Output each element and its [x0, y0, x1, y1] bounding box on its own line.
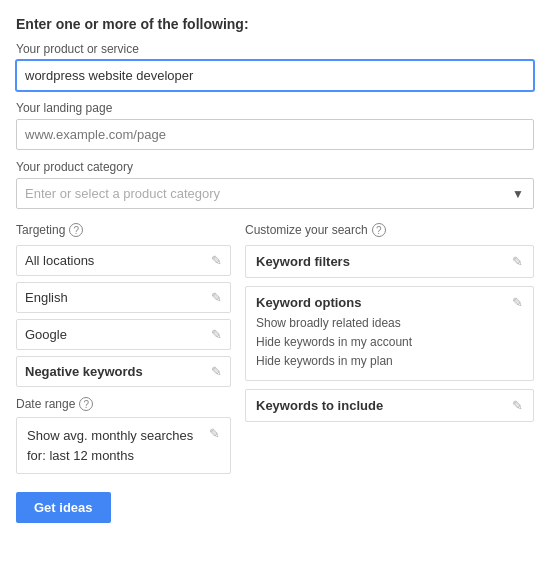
targeting-english-edit-icon[interactable]: ✎	[211, 290, 222, 305]
targeting-negative-keywords-edit-icon[interactable]: ✎	[211, 364, 222, 379]
targeting-item-google[interactable]: Google ✎	[16, 319, 231, 350]
product-category-select-wrapper: Enter or select a product category ▼	[16, 178, 534, 209]
targeting-item-english[interactable]: English ✎	[16, 282, 231, 313]
targeting-label-text: Targeting	[16, 223, 65, 237]
customize-keyword-options-title: Keyword options	[256, 295, 361, 310]
customize-keywords-to-include-edit-icon[interactable]: ✎	[512, 398, 523, 413]
targeting-item-negative-keywords[interactable]: Negative keywords ✎	[16, 356, 231, 387]
targeting-locations-text: All locations	[25, 253, 94, 268]
landing-page-input[interactable]	[16, 119, 534, 150]
targeting-help-icon[interactable]: ?	[69, 223, 83, 237]
product-service-input[interactable]	[16, 60, 534, 91]
customize-item-keyword-options-header: Keyword options ✎	[256, 295, 523, 310]
targeting-column: Targeting ? All locations ✎ English ✎ Go…	[16, 223, 231, 474]
customize-keywords-to-include-title: Keywords to include	[256, 398, 383, 413]
customize-label-text: Customize your search	[245, 223, 368, 237]
date-range-label-text: Date range	[16, 397, 75, 411]
customize-item-keyword-filters[interactable]: Keyword filters ✎	[245, 245, 534, 278]
product-category-label: Your product category	[16, 160, 534, 174]
date-range-box[interactable]: Show avg. monthly searches for: last 12 …	[16, 417, 231, 474]
targeting-label: Targeting ?	[16, 223, 231, 237]
targeting-negative-keywords-text: Negative keywords	[25, 364, 143, 379]
keyword-option-line3: Hide keywords in my plan	[256, 352, 523, 371]
customize-label: Customize your search ?	[245, 223, 534, 237]
keyword-option-line2: Hide keywords in my account	[256, 333, 523, 352]
date-range-value: Show avg. monthly searches for: last 12 …	[27, 426, 193, 465]
customize-item-keywords-to-include-header: Keywords to include ✎	[256, 398, 523, 413]
customize-item-keyword-filters-header: Keyword filters ✎	[256, 254, 523, 269]
targeting-english-text: English	[25, 290, 68, 305]
keyword-option-line1: Show broadly related ideas	[256, 314, 523, 333]
form-title: Enter one or more of the following:	[16, 16, 534, 32]
customize-help-icon[interactable]: ?	[372, 223, 386, 237]
date-range-text-line1: Show avg. monthly searches	[27, 426, 193, 446]
landing-page-label: Your landing page	[16, 101, 534, 115]
get-ideas-button[interactable]: Get ideas	[16, 492, 111, 523]
customize-item-keyword-options[interactable]: Keyword options ✎ Show broadly related i…	[245, 286, 534, 381]
targeting-item-locations[interactable]: All locations ✎	[16, 245, 231, 276]
date-range-label: Date range ?	[16, 397, 231, 411]
customize-item-keywords-to-include[interactable]: Keywords to include ✎	[245, 389, 534, 422]
date-range-help-icon[interactable]: ?	[79, 397, 93, 411]
targeting-locations-edit-icon[interactable]: ✎	[211, 253, 222, 268]
customize-keyword-options-edit-icon[interactable]: ✎	[512, 295, 523, 310]
customize-column: Customize your search ? Keyword filters …	[245, 223, 534, 474]
customize-keyword-filters-edit-icon[interactable]: ✎	[512, 254, 523, 269]
targeting-google-edit-icon[interactable]: ✎	[211, 327, 222, 342]
date-range-section: Date range ? Show avg. monthly searches …	[16, 397, 231, 474]
two-column-section: Targeting ? All locations ✎ English ✎ Go…	[16, 223, 534, 474]
product-category-select[interactable]: Enter or select a product category	[16, 178, 534, 209]
date-range-edit-icon[interactable]: ✎	[209, 426, 220, 441]
customize-keyword-options-body: Show broadly related ideas Hide keywords…	[256, 314, 523, 372]
product-service-label: Your product or service	[16, 42, 534, 56]
date-range-text-line2: for: last 12 months	[27, 446, 193, 466]
customize-keyword-filters-title: Keyword filters	[256, 254, 350, 269]
targeting-google-text: Google	[25, 327, 67, 342]
